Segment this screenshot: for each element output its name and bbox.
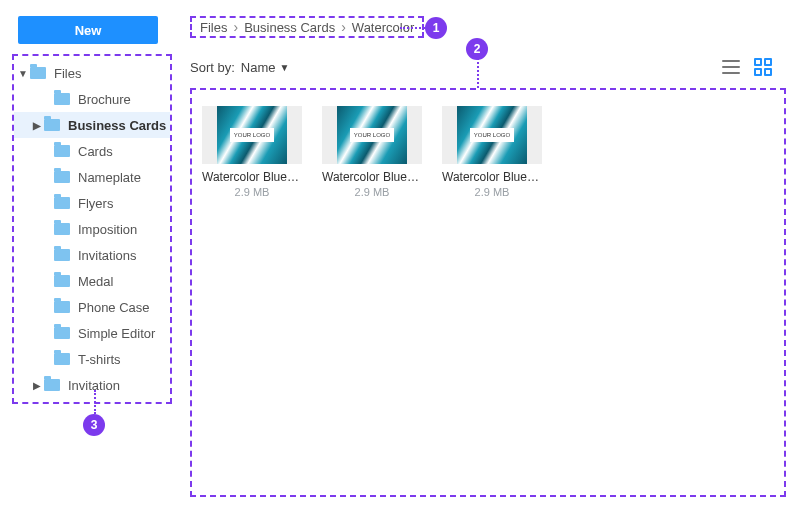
file-grid: YOUR LOGO Watercolor Blue - ... 2.9 MB Y… xyxy=(190,88,786,497)
thumb-badge: YOUR LOGO xyxy=(350,128,394,142)
folder-icon xyxy=(54,197,70,209)
folder-icon xyxy=(54,353,70,365)
caret-down-icon: ▼ xyxy=(18,68,28,79)
file-thumbnail: YOUR LOGO xyxy=(442,106,542,164)
caret-right-icon: ▶ xyxy=(32,380,42,391)
tree-item-label: Simple Editor xyxy=(78,326,155,341)
file-size: 2.9 MB xyxy=(442,186,542,198)
folder-tree: ▼ Files Brochure ▶ Business Cards Cards xyxy=(12,54,172,404)
folder-icon xyxy=(54,327,70,339)
grid-icon xyxy=(754,58,772,76)
tree-item-phone-case[interactable]: Phone Case xyxy=(14,294,170,320)
annotation-connector xyxy=(94,390,96,414)
tree-item-label: Imposition xyxy=(78,222,137,237)
annotation-marker-2: 2 xyxy=(466,38,488,60)
tree-item-label: Brochure xyxy=(78,92,131,107)
caret-right-icon: ▶ xyxy=(32,120,42,131)
tree-item-tshirts[interactable]: T-shirts xyxy=(14,346,170,372)
main-panel: Files › Business Cards › Watercolor Sort… xyxy=(172,16,786,497)
caret-down-icon: ▼ xyxy=(279,62,289,73)
sort-value: Name xyxy=(241,60,276,75)
annotation-connector xyxy=(400,27,425,29)
grid-view-button[interactable] xyxy=(752,56,774,78)
tree-item-label: Business Cards xyxy=(68,118,166,133)
tree-item-simple-editor[interactable]: Simple Editor xyxy=(14,320,170,346)
tree-item-business-cards[interactable]: ▶ Business Cards xyxy=(14,112,170,138)
file-card[interactable]: YOUR LOGO Watercolor Blue - ... 2.9 MB xyxy=(322,106,422,198)
annotation-connector xyxy=(477,58,479,88)
file-thumbnail: YOUR LOGO xyxy=(322,106,422,164)
app-root: New ▼ Files Brochure ▶ Business Cards Ca… xyxy=(0,0,798,513)
tree-item-label: Flyers xyxy=(78,196,113,211)
thumb-badge: YOUR LOGO xyxy=(470,128,514,142)
file-card[interactable]: YOUR LOGO Watercolor Blue - ... 2.9 MB xyxy=(202,106,302,198)
list-icon xyxy=(722,60,740,74)
file-size: 2.9 MB xyxy=(322,186,422,198)
chevron-right-icon: › xyxy=(233,19,238,35)
file-name: Watercolor Blue - ... xyxy=(442,170,542,184)
folder-icon xyxy=(54,93,70,105)
folder-icon xyxy=(54,249,70,261)
tree-item-brochure[interactable]: Brochure xyxy=(14,86,170,112)
folder-icon xyxy=(44,379,60,391)
tree-item-imposition[interactable]: Imposition xyxy=(14,216,170,242)
file-name: Watercolor Blue - ... xyxy=(322,170,422,184)
file-name: Watercolor Blue - ... xyxy=(202,170,302,184)
folder-icon xyxy=(54,171,70,183)
tree-root-files[interactable]: ▼ Files xyxy=(14,60,170,86)
tree-item-label: Phone Case xyxy=(78,300,150,315)
file-thumbnail: YOUR LOGO xyxy=(202,106,302,164)
tree-item-label: Invitations xyxy=(78,248,137,263)
tree-item-label: T-shirts xyxy=(78,352,121,367)
list-view-button[interactable] xyxy=(720,56,742,78)
tree-item-cards[interactable]: Cards xyxy=(14,138,170,164)
tree-item-medal[interactable]: Medal xyxy=(14,268,170,294)
annotation-marker-1: 1 xyxy=(425,17,447,39)
chevron-right-icon: › xyxy=(341,19,346,35)
breadcrumb-item[interactable]: Business Cards xyxy=(244,20,335,35)
folder-icon xyxy=(30,67,46,79)
folder-icon xyxy=(54,301,70,313)
thumb-badge: YOUR LOGO xyxy=(230,128,274,142)
breadcrumb: Files › Business Cards › Watercolor xyxy=(190,16,424,38)
sort-control[interactable]: Sort by: Name ▼ xyxy=(190,60,289,75)
tree-item-label: Medal xyxy=(78,274,113,289)
breadcrumb-item[interactable]: Files xyxy=(200,20,227,35)
tree-item-label: Cards xyxy=(78,144,113,159)
file-size: 2.9 MB xyxy=(202,186,302,198)
tree-item-invitation[interactable]: ▶ Invitation xyxy=(14,372,170,398)
new-button[interactable]: New xyxy=(18,16,158,44)
tree-item-label: Nameplate xyxy=(78,170,141,185)
annotation-marker-3: 3 xyxy=(83,414,105,436)
tree-item-flyers[interactable]: Flyers xyxy=(14,190,170,216)
tree-item-invitations[interactable]: Invitations xyxy=(14,242,170,268)
folder-icon xyxy=(54,223,70,235)
view-toggle xyxy=(720,56,786,78)
tree-root-label: Files xyxy=(54,66,81,81)
folder-icon xyxy=(44,119,60,131)
tree-item-nameplate[interactable]: Nameplate xyxy=(14,164,170,190)
file-card[interactable]: YOUR LOGO Watercolor Blue - ... 2.9 MB xyxy=(442,106,542,198)
sort-label: Sort by: xyxy=(190,60,235,75)
folder-icon xyxy=(54,275,70,287)
folder-icon xyxy=(54,145,70,157)
